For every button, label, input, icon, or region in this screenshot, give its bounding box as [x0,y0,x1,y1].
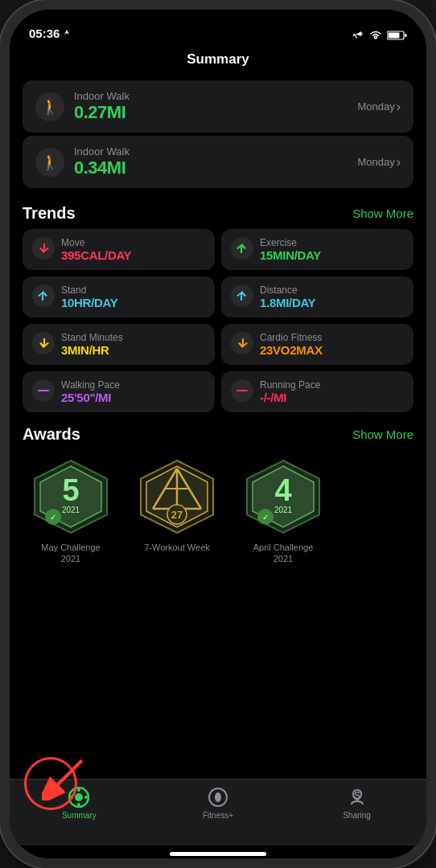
chevron-icon-2 [397,155,401,170]
trend-stand-name: Stand [61,285,117,296]
location-icon [63,30,71,38]
svg-point-28 [75,793,83,801]
activity-card-1[interactable]: 🚶 Indoor Walk 0.27MI Monday [23,80,413,133]
activity-day-2: Monday [357,155,401,170]
page-title: Summary [187,51,249,67]
trend-cardio[interactable]: Cardio Fitness 23VO2MAX [221,324,413,365]
trend-stand-minutes-value: 3MIN/HR [61,343,123,357]
award-april[interactable]: 4 2021 ✓ April Challenge 2021 [235,457,331,565]
trend-walking-pace[interactable]: Walking Pace 25'50"/MI [23,371,215,412]
trend-walking-pace-info: Walking Pace 25'50"/MI [61,379,120,404]
trends-grid: Move 395CAL/DAY Exercise 15MIN/DAY [10,229,426,412]
activity-value-1: 0.27MI [74,102,130,123]
stand-minutes-icon [32,332,55,354]
trend-stand[interactable]: Stand 10HR/DAY [23,276,215,317]
sharing-tab-label: Sharing [343,811,370,820]
cardio-icon [231,332,253,354]
activity-type-2: Indoor Walk [74,145,130,158]
home-indicator-area [10,845,426,858]
svg-text:27: 27 [171,509,183,521]
activity-info-2: Indoor Walk 0.34MI [74,145,130,178]
activity-card-2[interactable]: 🚶 Indoor Walk 0.34MI Monday [23,136,413,188]
svg-point-32 [84,796,88,799]
trend-stand-info: Stand 10HR/DAY [61,285,117,309]
svg-text:✓: ✓ [50,513,56,522]
trend-distance[interactable]: Distance 1.8MI/DAY [221,276,413,317]
active-tab-ring [24,757,77,810]
walking-pace-icon [32,379,55,402]
may-challenge-year: 2021 [61,554,80,563]
svg-text:5: 5 [62,473,79,507]
wifi-icon [369,31,382,40]
trend-stand-minutes-info: Stand Minutes 3MIN/HR [61,332,123,357]
stand-icon [32,285,55,307]
svg-rect-2 [389,33,400,39]
trend-walking-pace-name: Walking Pace [61,379,120,391]
activity-type-1: Indoor Walk [74,90,130,102]
walk-icon-1: 🚶 [35,92,64,121]
awards-header: Awards Show More [10,412,426,450]
phone-screen: 05:36 [10,10,426,858]
status-icons [352,31,407,40]
tab-bar: Summary Fitness+ S [10,779,426,845]
april-challenge-label: April Challenge [253,542,314,552]
trend-running-pace[interactable]: Running Pace -/-/MI [221,371,413,412]
trends-show-more[interactable]: Show More [352,207,413,220]
page-header: Summary [10,45,426,77]
awards-title: Awards [23,425,80,444]
may-challenge-label: May Challenge [41,542,100,552]
may-award-name: May Challenge 2021 [41,542,100,565]
tab-sharing[interactable]: S Sharing [287,786,426,820]
tab-fitness[interactable]: Fitness+ [149,786,288,820]
svg-rect-5 [237,390,248,391]
trend-cardio-value: 23VO2MAX [260,343,323,357]
trend-stand-minutes[interactable]: Stand Minutes 3MIN/HR [23,324,215,365]
trend-running-pace-info: Running Pace -/-/MI [260,379,320,404]
status-time: 05:36 [29,27,71,40]
svg-rect-3 [405,34,407,37]
chevron-icon-1 [397,100,401,114]
trends-header: Trends Show More [10,191,426,229]
trend-walking-pace-value: 25'50"/MI [61,391,120,404]
airplane-icon [352,31,364,40]
trend-distance-info: Distance 1.8MI/DAY [260,285,315,309]
svg-text:4: 4 [274,473,291,507]
activity-info-1: Indoor Walk 0.27MI [74,90,130,123]
trend-running-pace-value: -/-/MI [260,391,320,404]
trend-exercise[interactable]: Exercise 15MIN/DAY [221,229,413,270]
trend-stand-minutes-name: Stand Minutes [61,332,123,343]
fitness-tab-icon [207,786,229,809]
trend-cardio-info: Cardio Fitness 23VO2MAX [260,332,323,357]
trend-cardio-name: Cardio Fitness [260,332,323,343]
april-badge: 4 2021 ✓ [243,457,323,537]
phone-frame: 05:36 [0,0,436,868]
running-pace-icon [231,379,253,402]
svg-text:S: S [354,790,360,801]
activity-left-2: 🚶 Indoor Walk 0.34MI [35,145,130,178]
awards-grid: 5 2021 ✓ May Challenge 2021 [10,450,426,571]
activity-value-2: 0.34MI [74,158,130,178]
awards-show-more[interactable]: Show More [352,428,413,441]
trend-exercise-info: Exercise 15MIN/DAY [260,237,321,262]
activity-day-label-1: Monday [357,100,394,113]
svg-text:✓: ✓ [262,513,269,522]
activity-day-1: Monday [357,100,401,114]
walk-icon-2: 🚶 [35,148,64,177]
workout-badge: 27 [137,457,217,537]
distance-icon [231,285,253,307]
workout-award-name: 7-Workout Week [144,542,210,553]
main-content[interactable]: Summary 🚶 Indoor Walk 0.27MI Monday [10,45,426,779]
award-may[interactable]: 5 2021 ✓ May Challenge 2021 [23,457,119,565]
svg-text:2021: 2021 [62,506,80,514]
sharing-tab-icon: S [346,786,368,809]
trend-exercise-name: Exercise [260,237,321,248]
notch [154,10,282,32]
svg-text:2021: 2021 [274,506,293,514]
workout-challenge-label: 7-Workout Week [144,542,210,552]
battery-icon [387,31,407,40]
award-workout[interactable]: 27 7-Workout Week [129,457,225,565]
trend-move[interactable]: Move 395CAL/DAY [23,229,215,270]
time-display: 05:36 [29,27,60,40]
april-award-name: April Challenge 2021 [253,542,314,565]
activity-left-1: 🚶 Indoor Walk 0.27MI [35,90,130,123]
